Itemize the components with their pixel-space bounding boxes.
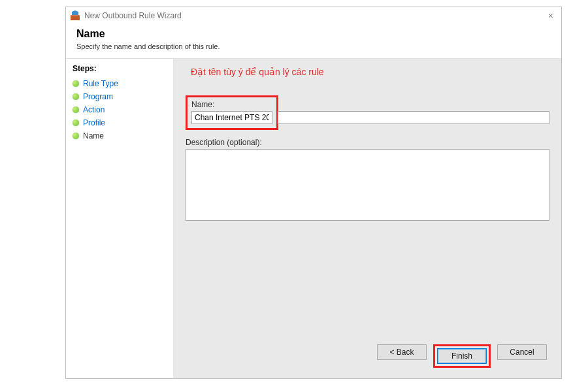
name-field-block: Name: <box>186 95 549 130</box>
back-button[interactable]: < Back <box>377 344 427 360</box>
window-title: New Outbound Rule Wizard <box>84 11 544 20</box>
step-rule-type[interactable]: Rule Type <box>73 77 167 90</box>
step-label: Action <box>83 105 105 114</box>
bullet-icon <box>73 120 79 126</box>
wizard-body: Steps: Rule Type Program Action Profile … <box>66 58 561 378</box>
svg-rect-1 <box>71 15 80 16</box>
steps-sidebar: Steps: Rule Type Program Action Profile … <box>66 59 174 378</box>
annotation-text: Đặt tên tùy ý để quản lý các rule <box>191 67 549 77</box>
name-highlight-box: Name: <box>186 95 278 130</box>
description-label: Description (optional): <box>186 138 549 147</box>
close-icon[interactable]: × <box>544 10 557 21</box>
bullet-icon <box>73 80 79 87</box>
bullet-icon <box>73 133 79 139</box>
step-label: Rule Type <box>83 79 118 88</box>
description-field-block: Description (optional): <box>186 138 549 223</box>
button-bar: < Back Finish Cancel <box>186 335 549 378</box>
main-panel: Đặt tên tùy ý để quản lý các rule Name: … <box>174 59 561 378</box>
name-label: Name: <box>191 100 272 109</box>
step-label: Name <box>83 131 104 140</box>
bullet-icon <box>73 106 79 113</box>
firewall-icon <box>70 10 80 21</box>
wizard-header: Name Specify the name and description of… <box>66 24 561 58</box>
bullet-icon <box>73 93 79 100</box>
page-heading: Name <box>76 28 551 40</box>
page-subtitle: Specify the name and description of this… <box>76 42 551 50</box>
step-profile[interactable]: Profile <box>73 116 167 129</box>
step-program[interactable]: Program <box>73 90 167 103</box>
finish-highlight-box: Finish <box>433 344 491 368</box>
name-input-extension[interactable] <box>278 111 549 124</box>
cancel-button[interactable]: Cancel <box>497 344 547 360</box>
step-label: Program <box>83 92 113 101</box>
finish-button[interactable]: Finish <box>437 348 487 364</box>
steps-label: Steps: <box>73 64 167 73</box>
step-label: Profile <box>83 118 105 127</box>
name-input[interactable] <box>191 111 272 124</box>
step-action[interactable]: Action <box>73 103 167 116</box>
description-textarea[interactable] <box>186 149 549 221</box>
titlebar: New Outbound Rule Wizard × <box>66 7 561 24</box>
wizard-window: New Outbound Rule Wizard × Name Specify … <box>65 7 562 379</box>
step-name: Name <box>73 129 167 142</box>
